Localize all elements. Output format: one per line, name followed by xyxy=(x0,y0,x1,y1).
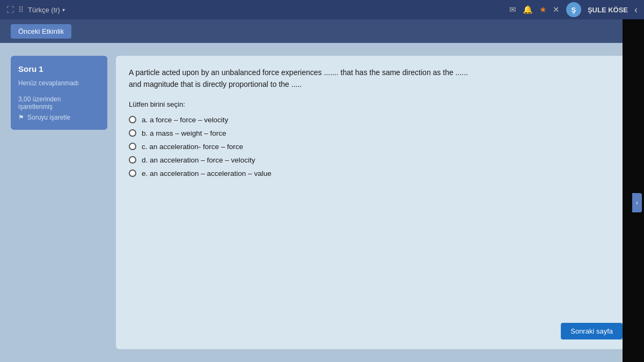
radio-e[interactable] xyxy=(129,169,136,177)
please-select-label: Lütfen birini seçin: xyxy=(129,100,620,108)
language-label: Türkçe (tr) xyxy=(28,6,60,14)
user-name: ŞULE KÖSE xyxy=(588,6,628,14)
grid-icon[interactable]: ⠿ xyxy=(18,5,24,14)
option-a[interactable]: a. a force – force – velocity xyxy=(129,116,620,124)
radio-d[interactable] xyxy=(129,156,136,164)
option-b[interactable]: b. a mass – weight – force xyxy=(129,129,620,137)
option-c[interactable]: c. an acceleration- force – force xyxy=(129,143,620,151)
subheader: Önceki Etkinlik xyxy=(0,19,644,43)
question-marks: 3,00 üzerinden işaretlenmiş xyxy=(18,95,100,110)
question-number: Soru 1 xyxy=(18,64,100,73)
radio-c[interactable] xyxy=(129,143,136,150)
close-icon[interactable]: ✕ xyxy=(553,5,560,14)
top-bar-right: ✉ 🔔 ★ ✕ Ş ŞULE KÖSE ‹ xyxy=(509,2,638,17)
user-avatar: Ş xyxy=(566,2,581,17)
scroll-right-icon[interactable]: ‹ xyxy=(632,193,642,212)
option-c-label: c. an acceleration- force – force xyxy=(142,143,243,151)
option-e-label: e. an acceleration – acceleration – valu… xyxy=(142,169,272,178)
flag-label: Soruyu işaretle xyxy=(27,114,70,121)
bell-icon[interactable]: 🔔 xyxy=(523,5,533,14)
language-selector[interactable]: Türkçe (tr) ▾ xyxy=(28,6,65,14)
main-content: Soru 1 Henüz cevaplanmadı 3,00 üzerinden… xyxy=(0,43,644,362)
option-d[interactable]: d. an acceleration – force – velocity xyxy=(129,156,620,164)
next-page-button[interactable]: Sonraki sayfa xyxy=(561,323,623,339)
chevron-down-icon: ▾ xyxy=(62,7,65,13)
right-panel xyxy=(623,0,644,362)
question-status: Henüz cevaplanmadı xyxy=(18,79,100,88)
question-sidebar: Soru 1 Henüz cevaplanmadı 3,00 üzerinden… xyxy=(11,56,107,130)
expand-icon[interactable]: ⛶ xyxy=(6,5,14,14)
flag-question[interactable]: ⚑ Soruyu işaretle xyxy=(18,114,100,121)
option-a-label: a. a force – force – velocity xyxy=(142,116,228,124)
options-list: a. a force – force – velocity b. a mass … xyxy=(129,116,620,178)
flag-icon: ⚑ xyxy=(18,114,24,121)
top-bar-left: ⛶ ⠿ Türkçe (tr) ▾ xyxy=(6,5,65,14)
top-bar: ⛶ ⠿ Türkçe (tr) ▾ ✉ 🔔 ★ ✕ Ş ŞULE KÖSE ‹ xyxy=(0,0,644,19)
prev-activity-button[interactable]: Önceki Etkinlik xyxy=(11,24,71,39)
question-card: A particle acted upon by an unbalanced f… xyxy=(116,56,633,349)
question-text-part2: and magnitude that is directly proportio… xyxy=(129,80,302,88)
collapse-panel-icon[interactable]: ‹ xyxy=(634,4,638,16)
mail-icon[interactable]: ✉ xyxy=(509,5,516,14)
option-b-label: b. a mass – weight – force xyxy=(142,129,226,137)
question-text-part1: A particle acted upon by an unbalanced f… xyxy=(129,68,468,77)
radio-b[interactable] xyxy=(129,129,136,137)
option-d-label: d. an acceleration – force – velocity xyxy=(142,156,255,164)
radio-a[interactable] xyxy=(129,116,136,123)
star-icon[interactable]: ★ xyxy=(539,5,546,14)
question-text: A particle acted upon by an unbalanced f… xyxy=(129,67,620,91)
option-e[interactable]: e. an acceleration – acceleration – valu… xyxy=(129,169,620,178)
